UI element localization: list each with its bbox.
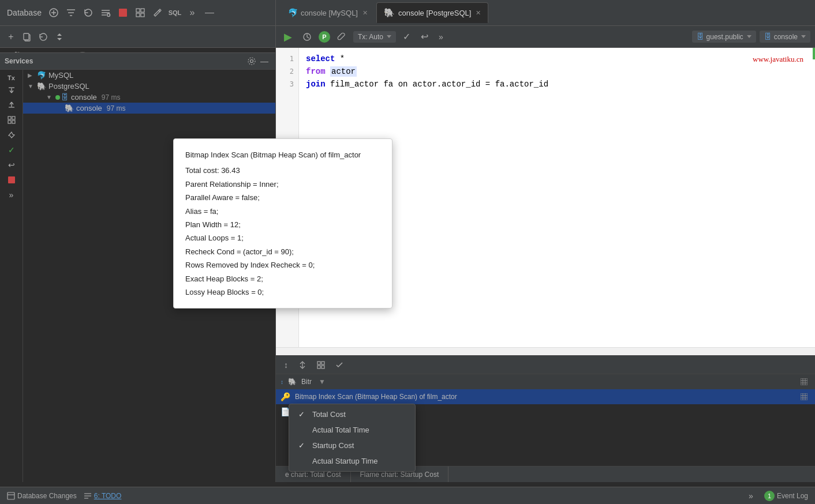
svg-rect-16 [24, 33, 29, 40]
pin-icon[interactable] [5, 129, 18, 141]
result-row-2[interactable]: 🔑 Bitmap Index Scan (Bitmap Heap Scan) o… [276, 389, 815, 404]
svg-point-18 [251, 60, 253, 63]
svg-point-19 [248, 58, 255, 65]
svg-rect-13 [136, 13, 140, 17]
schema-label: guest.public [706, 33, 743, 41]
database-title: Database [7, 8, 42, 17]
filter-icon[interactable] [65, 6, 77, 19]
services-tx-col: Tx ✓ ↩ » [0, 70, 23, 482]
wrench-icon[interactable] [334, 31, 350, 43]
align-bottom-icon[interactable] [5, 99, 18, 111]
menu-item-actual-total[interactable]: ✓ Actual Total Time [289, 422, 415, 438]
more2-icon[interactable]: » [5, 189, 18, 201]
svg-rect-37 [321, 366, 324, 368]
stop-icon[interactable] [117, 6, 129, 19]
mysql-svc-icon: 🐬 [37, 71, 46, 80]
p-icon[interactable]: P [319, 31, 330, 43]
pg-svc-chevron: ▼ [28, 83, 35, 89]
console-dropdown[interactable]: 🗄 console [760, 31, 810, 43]
tooltip-line-8: Recheck Cond = (actor_id = 90); [185, 245, 380, 258]
undo-icon[interactable]: ↩ [417, 29, 432, 44]
services-label: Services [5, 57, 245, 65]
tab-postgresql[interactable]: 🐘 console [PostgreSQL] ✕ [376, 2, 488, 23]
svg-rect-29 [12, 116, 15, 119]
bottom-expand-icon[interactable]: » [745, 490, 757, 502]
tab-pg-close[interactable]: ✕ [476, 9, 481, 17]
align-top-icon[interactable] [5, 84, 18, 96]
results-toolbar: ↕ [276, 356, 815, 374]
services-item-pg[interactable]: ▼ 🐘 PostgreSQL [23, 81, 275, 92]
code-line-3: join film_actor fa on actor.actor_id = f… [306, 78, 808, 91]
services-item-console2[interactable]: 🐘 console 97 ms [23, 103, 275, 114]
tab-mysql[interactable]: 🐬 console [MySQL] ✕ [281, 2, 375, 23]
up-down-icon[interactable] [53, 31, 66, 43]
add-connection-icon[interactable] [47, 6, 60, 19]
sql-icon[interactable]: SQL [169, 6, 181, 19]
tooltip-line-10: Exact Heap Blocks = 2; [185, 272, 380, 285]
db-changes-label: Database Changes [17, 492, 77, 500]
tab-mysql-label: console [MySQL] [301, 9, 358, 17]
row2-grid-icon[interactable] [798, 390, 810, 403]
menu-item-total-cost[interactable]: ✓ Total Cost [289, 407, 415, 422]
tooltip-line-7: Actual Loops = 1; [185, 231, 380, 245]
tab-mysql-close[interactable]: ✕ [362, 9, 368, 17]
row1-expand-icon: ↕ [281, 379, 283, 385]
schema-icon: 🗄 [697, 32, 704, 41]
services-minimize-icon[interactable]: — [258, 55, 271, 67]
row1-grid-icon[interactable] [798, 375, 810, 388]
edit-icon[interactable] [151, 6, 164, 19]
sidebar-tree: ▼ 🐘 PostgreSQL 2 Production ▼ 📁 database… [0, 48, 275, 52]
tooltip-popup: Bitmap Index Scan (Bitmap Heap Scan) of … [173, 138, 392, 309]
add-item-icon[interactable]: + [5, 31, 17, 43]
result-row-1[interactable]: ↕ 🐘 Bitr ▼ [276, 374, 815, 389]
copy-icon[interactable] [21, 31, 33, 43]
db-changes-item[interactable]: Database Changes [7, 492, 77, 500]
code-line-2: from actor [306, 65, 808, 78]
event-log-item[interactable]: 1 Event Log [764, 491, 808, 501]
todo-item[interactable]: 6: TODO [84, 492, 122, 500]
refresh-icon[interactable] [82, 6, 95, 19]
code-line-1: select * [306, 52, 808, 65]
grid-icon[interactable] [134, 6, 147, 19]
pg-svc-label: PostgreSQL [48, 82, 89, 91]
tx-dropdown[interactable]: Tx: Auto [353, 31, 396, 43]
more-icon[interactable]: » [186, 6, 199, 19]
console-icon: 🗄 [764, 32, 772, 41]
pg-svc-icon: 🐘 [37, 82, 46, 91]
results-icon4[interactable] [332, 359, 347, 371]
mysql-svc-chevron: ▶ [28, 72, 35, 78]
results-more-icon[interactable]: ↕ [281, 359, 291, 371]
menu-item-startup-cost[interactable]: ✓ Startup Cost [289, 438, 415, 453]
check-icon[interactable]: ✓ [399, 29, 414, 44]
services-item-console1[interactable]: ▼ 🗄 console 97 ms [23, 92, 275, 103]
sync-icon[interactable] [37, 31, 50, 43]
menu-item-total-cost-label: Total Cost [312, 410, 346, 419]
results-icon2[interactable] [295, 359, 310, 371]
line-num-1: 1 [276, 52, 298, 65]
svg-rect-31 [12, 121, 15, 123]
menu-item-actual-startup[interactable]: ✓ Actual Startup Time [289, 453, 415, 469]
tooltip-line-1: Bitmap Index Scan (Bitmap Heap Scan) of … [185, 148, 380, 161]
console1-dot [55, 95, 60, 100]
services-item-mysql[interactable]: ▶ 🐬 MySQL [23, 70, 275, 81]
settings-filter-icon[interactable] [99, 6, 112, 19]
history-icon[interactable] [299, 31, 315, 43]
stop2-icon[interactable] [5, 174, 18, 186]
event-log-label: Event Log [777, 492, 808, 500]
schema-dropdown[interactable]: 🗄 guest.public [692, 31, 756, 43]
menu-item-startup-cost-label: Startup Cost [312, 441, 354, 450]
horizontal-scrollbar[interactable] [276, 347, 815, 355]
svg-rect-12 [141, 9, 144, 12]
undo2-icon[interactable]: ↩ [5, 159, 18, 171]
tooltip-line-2: Total cost: 36.43 [185, 164, 380, 177]
check2-icon[interactable]: ✓ [5, 144, 18, 156]
console1-time: 97 ms [102, 93, 121, 101]
more-toolbar-icon[interactable]: » [435, 31, 447, 43]
results-icon3[interactable] [313, 359, 328, 371]
grid2-icon[interactable] [5, 114, 18, 126]
svg-rect-36 [317, 366, 320, 368]
services-settings-icon[interactable] [245, 55, 258, 67]
second-toolbar: + ▶ P Tx: Auto ✓ ↩ » 🗄 guest.public [0, 26, 815, 48]
minimize-db-icon[interactable]: — [203, 6, 216, 19]
run-button[interactable]: ▶ [281, 29, 296, 45]
